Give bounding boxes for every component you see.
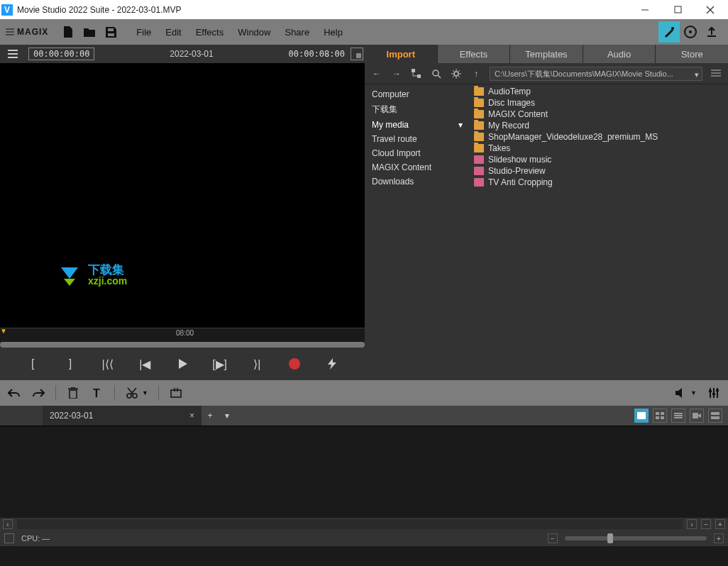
view-options-icon[interactable]: [710, 67, 722, 80]
zoom-out-timeline-icon[interactable]: −: [701, 519, 711, 529]
view-scene-icon[interactable]: [653, 409, 667, 423]
tab-import[interactable]: Import: [365, 45, 438, 63]
list-item[interactable]: ShopManager_Videodeluxe28_premium_MS: [470, 131, 728, 143]
preview-viewport[interactable]: 下载集 xzji.com: [0, 63, 365, 328]
tree-item-travel-route[interactable]: Travel route: [365, 132, 470, 146]
panel-tabs: Import Effects Templates Audio Store: [365, 45, 728, 63]
menu-help[interactable]: Help: [318, 24, 348, 40]
tree-item-my-media[interactable]: My media▾: [365, 118, 470, 132]
dropdown-caret-icon[interactable]: ▼: [142, 389, 148, 396]
menu-effects[interactable]: Effects: [190, 24, 230, 40]
search-icon[interactable]: [430, 67, 443, 80]
tree-item-cloud-import[interactable]: Cloud Import: [365, 146, 470, 160]
scroll-left-icon[interactable]: ‹: [3, 519, 13, 529]
cut-icon[interactable]: [125, 386, 139, 400]
playhead-marker-icon[interactable]: ▼: [0, 327, 7, 335]
prev-frame-icon[interactable]: |◀: [135, 354, 155, 374]
preview-scrollbar[interactable]: [0, 342, 365, 348]
tab-audio[interactable]: Audio: [583, 45, 656, 63]
tab-store[interactable]: Store: [656, 45, 728, 63]
tree-item-user[interactable]: 下载集: [365, 101, 470, 118]
path-dropdown[interactable]: C:\Users\下载集\Documents\MAGIX\Movie Studi…: [490, 67, 702, 81]
menu-edit[interactable]: Edit: [160, 24, 187, 40]
flash-icon[interactable]: [322, 354, 342, 374]
list-item[interactable]: Takes: [470, 143, 728, 154]
view-multicam-icon[interactable]: [690, 409, 704, 423]
scrub-ruler[interactable]: ▼ 08:00: [0, 328, 365, 342]
save-icon[interactable]: [104, 25, 118, 39]
view-timeline-icon[interactable]: [671, 409, 685, 423]
close-button[interactable]: [694, 0, 727, 19]
tab-templates[interactable]: Templates: [510, 45, 583, 63]
redo-icon[interactable]: [31, 386, 45, 400]
go-start-icon[interactable]: |⟨⟨: [98, 354, 118, 374]
volume-icon[interactable]: [673, 386, 688, 400]
mixer-icon[interactable]: [707, 386, 721, 400]
delete-icon[interactable]: [66, 386, 80, 400]
play-range-icon[interactable]: [▶]: [210, 354, 230, 374]
new-file-icon[interactable]: [61, 25, 75, 39]
preview-menu-icon[interactable]: [0, 45, 26, 63]
play-icon[interactable]: [172, 354, 192, 374]
fullscreen-icon[interactable]: [351, 48, 363, 60]
brand-text: MAGIX: [17, 27, 48, 37]
zoom-in-timeline-icon[interactable]: +: [715, 519, 725, 529]
tree-item-computer[interactable]: Computer: [365, 87, 470, 101]
go-end-icon[interactable]: ⟩|: [247, 354, 267, 374]
zoom-knob[interactable]: [607, 533, 613, 543]
list-item[interactable]: Disc Images: [470, 97, 728, 109]
mark-out-icon[interactable]: ]: [60, 354, 80, 374]
timecode-display[interactable]: 00:00:00:00: [28, 48, 94, 60]
gear-icon[interactable]: [450, 67, 463, 80]
close-tab-icon[interactable]: ×: [189, 411, 194, 421]
undo-icon[interactable]: [7, 386, 21, 400]
svg-rect-39: [656, 416, 659, 419]
tree-item-magix-content[interactable]: MAGIX Content: [365, 160, 470, 174]
media-item-icon: [474, 178, 484, 187]
menu-file[interactable]: File: [131, 24, 157, 40]
minimize-button[interactable]: [629, 0, 661, 19]
list-item[interactable]: AudioTemp: [470, 86, 728, 97]
disc-icon[interactable]: [680, 21, 701, 43]
list-item[interactable]: TV Anti Cropping: [470, 177, 728, 188]
dropdown-caret-icon[interactable]: ▼: [690, 389, 697, 396]
folder-tree-icon[interactable]: [410, 67, 423, 80]
svg-rect-34: [712, 393, 715, 395]
mark-in-icon[interactable]: [: [23, 354, 43, 374]
scroll-right-icon[interactable]: ›: [687, 519, 697, 529]
add-tab-icon[interactable]: +: [202, 406, 219, 426]
zoom-slider[interactable]: [565, 536, 707, 540]
record-icon[interactable]: [285, 354, 304, 374]
nav-forward-icon[interactable]: →: [390, 67, 403, 80]
nav-up-icon[interactable]: ↑: [470, 67, 482, 80]
view-overview-icon[interactable]: [708, 409, 722, 423]
list-item[interactable]: MAGIX Content: [470, 109, 728, 120]
zoom-in-icon[interactable]: +: [714, 533, 724, 543]
zoom-out-icon[interactable]: −: [548, 533, 558, 543]
list-item[interactable]: Studio-Preview: [470, 165, 728, 177]
folder-icon: [474, 87, 484, 96]
content-area: 00:00:00:00 2022-03-01 00:00:08:00 下载集 x…: [0, 45, 728, 380]
h-scrollbar[interactable]: [17, 519, 683, 529]
menu-window[interactable]: Window: [232, 24, 276, 40]
menu-share[interactable]: Share: [279, 24, 315, 40]
export-icon[interactable]: [701, 21, 722, 43]
open-folder-icon[interactable]: [82, 25, 96, 39]
tab-effects[interactable]: Effects: [438, 45, 511, 63]
nav-back-icon[interactable]: ←: [370, 67, 383, 80]
tab-menu-icon[interactable]: ▾: [219, 406, 236, 426]
perf-icon[interactable]: [4, 533, 14, 543]
timeline-tab[interactable]: 2022-03-01 ×: [43, 406, 202, 426]
maximize-button[interactable]: [661, 0, 694, 19]
group-icon[interactable]: [169, 386, 183, 400]
list-item[interactable]: My Record: [470, 120, 728, 131]
svg-rect-16: [412, 69, 415, 72]
list-item[interactable]: Slideshow music: [470, 154, 728, 165]
title-icon[interactable]: T: [90, 386, 104, 400]
wand-icon[interactable]: [658, 21, 680, 43]
cpu-label: CPU: —: [21, 534, 50, 543]
timeline-area[interactable]: [0, 426, 728, 518]
tree-item-downloads[interactable]: Downloads: [365, 174, 470, 189]
view-storyboard-icon[interactable]: [634, 409, 649, 423]
svg-rect-40: [661, 416, 664, 419]
